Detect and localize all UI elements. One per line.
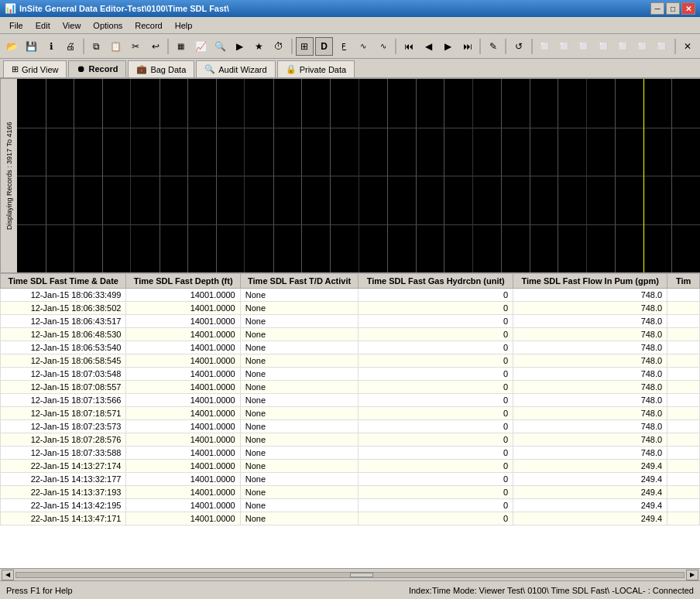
menu-help[interactable]: Help — [169, 19, 199, 32]
toolbar-undo2[interactable]: ↺ — [510, 37, 527, 56]
table-row[interactable]: 22-Jan-15 14:13:32:17714001.0000None0249… — [1, 473, 700, 486]
table-cell: 748.0 — [513, 328, 667, 341]
tab-private-data[interactable]: 🔒 Private Data — [277, 60, 355, 77]
toolbar-clock[interactable]: ⏱ — [270, 37, 288, 56]
table-row[interactable]: 12-Jan-15 18:07:28:57614001.0000None0748… — [1, 433, 700, 447]
col-header-datetime: Time SDL Fast Time & Date — [1, 274, 126, 289]
toolbar-wave1[interactable]: ∿ — [355, 37, 372, 56]
table-cell-extra — [667, 473, 700, 486]
toolbar-t5[interactable]: ⬜ — [614, 37, 632, 56]
toolbar-undo[interactable]: ↩ — [146, 37, 164, 56]
table-cell-extra — [667, 328, 700, 341]
audit-wizard-icon: 🔍 — [204, 64, 215, 74]
tab-record[interactable]: ⏺ Record — [68, 60, 126, 77]
toolbar-nav-next[interactable]: ▶ — [439, 37, 457, 56]
toolbar-t1[interactable]: ⬜ — [536, 37, 554, 56]
toolbar-close[interactable]: ✕ — [679, 37, 697, 56]
toolbar-grid[interactable]: ⊞ — [296, 37, 314, 56]
table-cell: 748.0 — [513, 341, 667, 354]
menu-edit[interactable]: Edit — [29, 19, 57, 32]
table-cell: 12-Jan-15 18:07:18:571 — [1, 407, 126, 420]
table-cell: 14001.0000 — [126, 420, 240, 433]
table-cell: None — [240, 315, 359, 328]
table-cell: 748.0 — [513, 447, 667, 460]
table-row[interactable]: 22-Jan-15 14:13:42:19514001.0000None0249… — [1, 499, 700, 512]
toolbar-star[interactable]: ★ — [250, 37, 268, 56]
table-row[interactable]: 12-Jan-15 18:06:48:53014001.0000None0748… — [1, 328, 700, 341]
toolbar-nav-first[interactable]: ⏮ — [400, 37, 417, 56]
statusbar: Press F1 for Help Index:Time Mode: Viewe… — [0, 580, 700, 599]
toolbar-t2[interactable]: ⬜ — [555, 37, 573, 56]
toolbar-nav-last[interactable]: ⏭ — [458, 37, 476, 56]
scroll-right-btn[interactable]: ▶ — [686, 570, 698, 580]
toolbar-wave2[interactable]: ∿ — [374, 37, 392, 56]
table-cell: 12-Jan-15 18:06:58:545 — [1, 354, 126, 368]
toolbar-t6[interactable]: ⬜ — [633, 37, 651, 56]
menu-options[interactable]: Options — [87, 19, 129, 32]
toolbar-play[interactable]: ▶ — [231, 37, 249, 56]
chart-col-2 — [131, 79, 245, 272]
table-cell-extra — [667, 315, 700, 328]
table-cell-extra — [667, 368, 700, 381]
tab-grid-view[interactable]: ⊞ Grid View — [3, 60, 67, 77]
close-button[interactable]: ✕ — [681, 2, 695, 15]
sep3 — [291, 39, 293, 54]
hscrollbar[interactable]: ◀ ▶ — [0, 568, 700, 580]
toolbar-copy[interactable]: ⧉ — [88, 37, 105, 56]
minimize-button[interactable]: ─ — [650, 2, 664, 15]
table-cell: None — [240, 420, 359, 433]
menu-file[interactable]: File — [3, 19, 29, 32]
table-cell-extra — [667, 289, 700, 302]
scroll-left-btn[interactable]: ◀ — [2, 570, 14, 580]
table-row[interactable]: 12-Jan-15 18:07:23:57314001.0000None0748… — [1, 420, 700, 433]
table-row[interactable]: 22-Jan-15 14:13:37:19314001.0000None0249… — [1, 486, 700, 499]
table-cell: 22-Jan-15 14:13:42:195 — [1, 499, 126, 512]
toolbar-info[interactable]: ℹ — [43, 37, 60, 56]
table-cell: 748.0 — [513, 433, 667, 447]
table-cell: 14001.0000 — [126, 486, 240, 499]
table-row[interactable]: 12-Jan-15 18:07:18:57114001.0000None0748… — [1, 407, 700, 420]
table-cell: 12-Jan-15 18:07:28:576 — [1, 433, 126, 447]
toolbar-zoom[interactable]: 🔍 — [211, 37, 229, 56]
tab-bag-data[interactable]: 💼 Bag Data — [128, 60, 194, 77]
toolbar-paste[interactable]: 📋 — [107, 37, 125, 56]
toolbar-print[interactable]: 🖨 — [62, 37, 80, 56]
menu-view[interactable]: View — [57, 19, 88, 32]
table-row[interactable]: 12-Jan-15 18:07:13:56614001.0000None0748… — [1, 394, 700, 407]
toolbar-open[interactable]: 📂 — [3, 37, 21, 56]
table-row[interactable]: 22-Jan-15 14:13:47:17114001.0000None0249… — [1, 512, 700, 525]
tab-audit-wizard[interactable]: 🔍 Audit Wizard — [196, 60, 275, 77]
table-row[interactable]: 12-Jan-15 18:06:38:50214001.0000None0748… — [1, 302, 700, 315]
scroll-track[interactable] — [15, 572, 685, 578]
table-row[interactable]: 12-Jan-15 18:06:53:54014001.0000None0748… — [1, 341, 700, 354]
maximize-button[interactable]: □ — [666, 2, 680, 15]
toolbar-d[interactable]: D — [315, 37, 333, 56]
menu-record[interactable]: Record — [129, 19, 168, 32]
toolbar-chart[interactable]: 📈 — [191, 37, 209, 56]
toolbar-f[interactable]: F̲ — [335, 37, 352, 56]
table-row[interactable]: 12-Jan-15 18:07:33:58814001.0000None0748… — [1, 447, 700, 460]
table-cell: None — [240, 341, 359, 354]
table-row[interactable]: 12-Jan-15 18:06:43:51714001.0000None0748… — [1, 315, 700, 328]
table-row[interactable]: 12-Jan-15 18:06:58:54514001.0000None0748… — [1, 354, 700, 368]
sep8 — [674, 39, 676, 54]
table-cell: 0 — [359, 381, 513, 394]
table-row[interactable]: 12-Jan-15 18:07:03:54814001.0000None0748… — [1, 368, 700, 381]
table-area[interactable]: Time SDL Fast Time & Date Time SDL Fast … — [0, 272, 700, 568]
table-cell: 14001.0000 — [126, 512, 240, 525]
table-row[interactable]: 12-Jan-15 18:07:08:55714001.0000None0748… — [1, 381, 700, 394]
table-cell-extra — [667, 486, 700, 499]
table-cell: 748.0 — [513, 407, 667, 420]
table-row[interactable]: 12-Jan-15 18:06:33:49914001.0000None0748… — [1, 289, 700, 302]
toolbar-t3[interactable]: ⬜ — [575, 37, 592, 56]
toolbar-save[interactable]: 💾 — [22, 37, 40, 56]
toolbar-edit[interactable]: ✎ — [484, 37, 502, 56]
toolbar-t7[interactable]: ⬜ — [653, 37, 671, 56]
toolbar-nav-prev[interactable]: ◀ — [419, 37, 437, 56]
table-row[interactable]: 22-Jan-15 14:13:27:17414001.0000None0249… — [1, 460, 700, 473]
scroll-thumb[interactable] — [350, 573, 373, 577]
toolbar-t4[interactable]: ⬜ — [594, 37, 612, 56]
toolbar-filter[interactable]: ▦ — [172, 37, 190, 56]
table-cell: 748.0 — [513, 381, 667, 394]
toolbar-cut[interactable]: ✂ — [127, 37, 145, 56]
